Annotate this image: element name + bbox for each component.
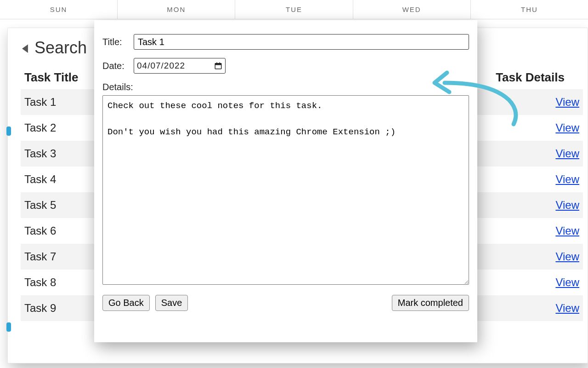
view-link[interactable]: View	[555, 147, 579, 160]
weekday-tue: TUE	[235, 0, 353, 19]
save-button[interactable]: Save	[155, 295, 188, 311]
search-label: Search	[34, 38, 87, 58]
date-label: Date:	[102, 61, 128, 71]
chevron-left-icon[interactable]: ◀	[22, 41, 28, 54]
date-input[interactable]: 04/07/2022	[134, 58, 226, 74]
details-label: Details:	[102, 82, 469, 92]
weekday-mon: MON	[118, 0, 235, 19]
details-textarea[interactable]	[102, 95, 469, 285]
weekday-sun: SUN	[0, 0, 118, 19]
calendar-weekday-header: SUN MON TUE WED THU	[0, 0, 588, 19]
go-back-button[interactable]: Go Back	[102, 295, 150, 311]
view-link[interactable]: View	[555, 276, 579, 288]
view-link[interactable]: View	[555, 250, 579, 263]
date-value: 04/07/2022	[137, 61, 214, 71]
weekday-wed: WED	[353, 0, 471, 19]
view-link[interactable]: View	[555, 302, 579, 314]
task-marker	[6, 126, 11, 136]
task-edit-modal: Title: Date: 04/07/2022 Details: Go Back…	[94, 20, 477, 342]
view-link[interactable]: View	[555, 121, 579, 134]
weekday-thu: THU	[471, 0, 588, 19]
calendar-icon[interactable]	[214, 62, 222, 70]
title-label: Title:	[102, 37, 128, 47]
view-link[interactable]: View	[555, 199, 579, 211]
view-link[interactable]: View	[555, 224, 579, 237]
view-link[interactable]: View	[555, 96, 579, 108]
title-input[interactable]	[134, 34, 469, 50]
view-link[interactable]: View	[555, 173, 579, 185]
mark-completed-button[interactable]: Mark completed	[392, 295, 469, 311]
task-marker	[6, 322, 11, 332]
svg-rect-1	[215, 63, 221, 65]
